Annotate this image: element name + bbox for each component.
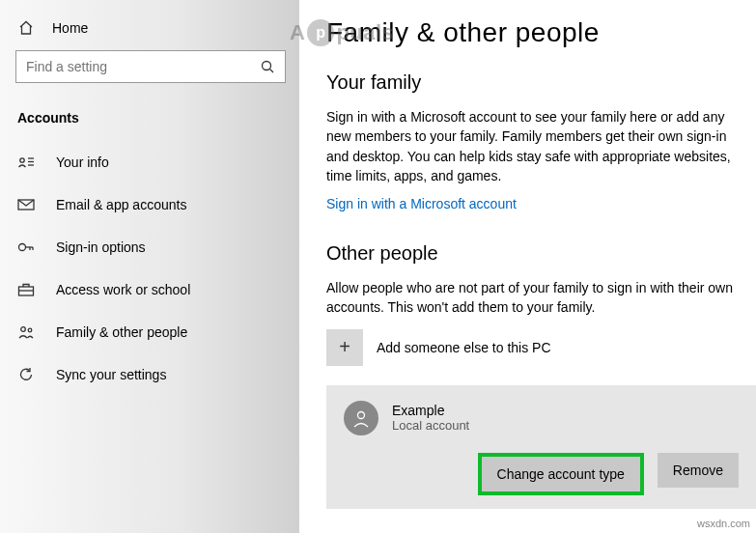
sidebar: Home Accounts Your info Email & app acco… xyxy=(0,0,299,533)
svg-point-14 xyxy=(28,328,32,332)
watermark-site: wsxdn.com xyxy=(697,518,750,529)
account-panel: Example Local account Change account typ… xyxy=(326,385,756,509)
search-input[interactable] xyxy=(16,59,250,74)
home-label: Home xyxy=(52,20,88,36)
add-someone-label: Add someone else to this PC xyxy=(377,340,551,355)
main-content: Family & other people Your family Sign i… xyxy=(299,0,756,533)
family-body: Sign in with a Microsoft account to see … xyxy=(326,107,751,185)
user-badge-icon xyxy=(17,154,35,171)
account-name: Example xyxy=(392,403,469,418)
home-icon xyxy=(17,19,35,37)
envelope-icon xyxy=(17,196,35,213)
remove-account-button[interactable]: Remove xyxy=(658,453,739,488)
avatar xyxy=(344,401,378,435)
home-nav[interactable]: Home xyxy=(12,10,282,50)
sidebar-item-family[interactable]: Family & other people xyxy=(12,311,282,353)
user-icon xyxy=(350,407,372,429)
svg-line-1 xyxy=(270,70,274,73)
sidebar-item-label: Your info xyxy=(56,154,109,170)
sidebar-item-sync[interactable]: Sync your settings xyxy=(12,353,282,396)
category-title: Accounts xyxy=(12,102,282,141)
sidebar-item-label: Family & other people xyxy=(56,324,187,340)
change-account-type-button[interactable]: Change account type xyxy=(478,453,644,495)
sidebar-item-work[interactable]: Access work or school xyxy=(12,268,282,311)
briefcase-icon xyxy=(17,281,35,298)
plus-icon: + xyxy=(326,329,363,366)
account-type: Local account xyxy=(392,418,469,433)
sidebar-item-label: Sync your settings xyxy=(56,367,166,382)
sync-icon xyxy=(17,366,35,383)
sidebar-item-label: Sign-in options xyxy=(56,239,146,255)
people-icon xyxy=(17,323,35,341)
sidebar-item-label: Email & app accounts xyxy=(56,197,186,212)
key-icon xyxy=(17,238,35,256)
sidebar-item-your-info[interactable]: Your info xyxy=(12,141,282,183)
sidebar-item-email[interactable]: Email & app accounts xyxy=(12,183,282,226)
svg-point-2 xyxy=(20,158,24,162)
sidebar-item-signin[interactable]: Sign-in options xyxy=(12,226,282,268)
page-title: Family & other people xyxy=(326,17,756,48)
search-box[interactable] xyxy=(15,50,286,83)
other-body: Allow people who are not part of your fa… xyxy=(326,278,751,318)
svg-point-7 xyxy=(19,244,26,251)
family-heading: Your family xyxy=(326,71,756,94)
other-heading: Other people xyxy=(326,242,756,265)
account-header[interactable]: Example Local account xyxy=(344,401,739,435)
add-someone-row[interactable]: + Add someone else to this PC xyxy=(326,329,756,366)
search-icon xyxy=(260,59,275,74)
svg-point-15 xyxy=(358,411,365,418)
svg-point-13 xyxy=(21,327,26,332)
sidebar-item-label: Access work or school xyxy=(56,282,190,297)
signin-link[interactable]: Sign in with a Microsoft account xyxy=(326,196,517,211)
search-button[interactable] xyxy=(250,51,285,82)
svg-point-0 xyxy=(263,62,271,70)
